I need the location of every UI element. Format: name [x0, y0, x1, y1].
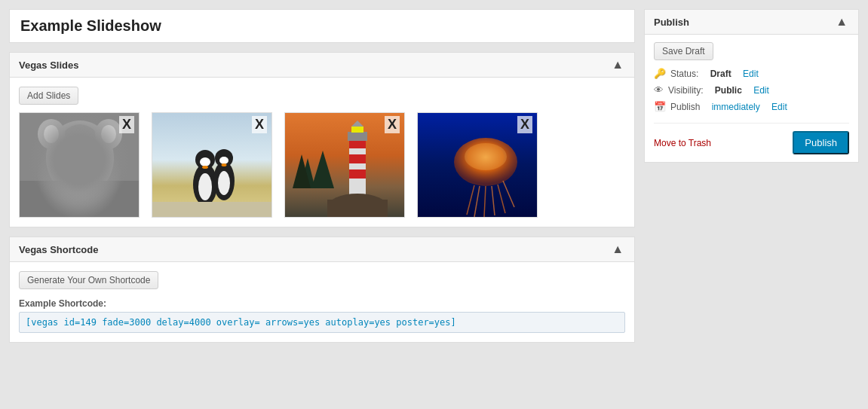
publish-title: Publish	[654, 17, 689, 28]
status-row: 🔑 Status: Draft Edit	[654, 68, 849, 79]
svg-line-41	[492, 186, 495, 215]
sidebar: Publish ▲ Save Draft 🔑 Status: Draft Edi…	[644, 9, 859, 400]
svg-point-3	[38, 119, 65, 149]
slide-item: X	[152, 112, 272, 218]
slide-remove-button[interactable]: X	[517, 116, 532, 133]
add-slides-button[interactable]: Add Slides	[19, 87, 78, 105]
status-label: Status:	[670, 69, 698, 79]
publish-body: Save Draft 🔑 Status: Draft Edit 👁 Visibi…	[645, 35, 858, 162]
save-draft-button[interactable]: Save Draft	[654, 42, 713, 60]
slide-item: X	[19, 112, 140, 218]
publish-timing-row: 📅 Publish immediately Edit	[654, 101, 849, 112]
status-value: Draft	[710, 69, 732, 79]
page-title: Example Slideshow	[9, 9, 635, 43]
svg-point-13	[198, 173, 212, 200]
svg-point-4	[44, 125, 59, 143]
vegas-slides-body: Add Slides	[10, 78, 634, 227]
shortcode-value[interactable]: [vegas id=149 fade=3000 delay=4000 overl…	[19, 312, 625, 333]
slides-area: X	[19, 112, 625, 218]
svg-point-44	[465, 143, 507, 170]
vegas-slides-header: Vegas Slides ▲	[10, 53, 634, 78]
svg-point-6	[101, 125, 116, 143]
publish-label: Publish	[670, 102, 700, 112]
vegas-slides-panel: Vegas Slides ▲ Add Slides	[9, 52, 635, 227]
vegas-shortcode-body: Generate Your Own Shortcode Example Shor…	[10, 262, 634, 342]
publish-actions: Move to Trash Publish	[654, 123, 849, 154]
svg-rect-35	[327, 200, 388, 218]
svg-line-38	[467, 185, 474, 215]
status-edit-link[interactable]: Edit	[743, 69, 759, 79]
svg-rect-31	[348, 132, 367, 141]
visibility-row: 👁 Visibility: Public Edit	[654, 84, 849, 96]
slide-remove-button[interactable]: X	[119, 116, 134, 133]
slide-item: X	[417, 112, 538, 218]
vegas-shortcode-panel: Vegas Shortcode ▲ Generate Your Own Shor…	[9, 237, 635, 343]
svg-line-40	[484, 186, 486, 217]
vegas-slides-title: Vegas Slides	[19, 60, 79, 71]
publish-button[interactable]: Publish	[793, 131, 849, 154]
slide-remove-button[interactable]: X	[252, 116, 267, 133]
vegas-shortcode-toggle[interactable]: ▲	[610, 243, 625, 255]
slide-item: X	[284, 112, 405, 218]
publish-timing-edit-link[interactable]: Edit	[771, 102, 787, 112]
svg-point-2	[57, 124, 103, 177]
vegas-shortcode-title: Vegas Shortcode	[19, 244, 98, 255]
generate-shortcode-button[interactable]: Generate Your Own Shortcode	[19, 271, 158, 289]
save-draft-row: Save Draft	[654, 42, 849, 60]
svg-line-43	[503, 181, 514, 207]
publish-header: Publish ▲	[645, 10, 858, 35]
visibility-icon: 👁	[654, 84, 664, 96]
vegas-slides-toggle[interactable]: ▲	[610, 59, 625, 71]
svg-point-5	[95, 119, 122, 149]
publish-toggle[interactable]: ▲	[834, 16, 849, 28]
calendar-icon: 📅	[654, 101, 666, 112]
svg-line-42	[498, 185, 505, 213]
visibility-label: Visibility:	[668, 85, 703, 96]
svg-rect-30	[349, 169, 366, 179]
svg-point-21	[222, 163, 227, 166]
svg-point-9	[86, 147, 94, 154]
shortcode-label: Example Shortcode:	[19, 298, 625, 309]
svg-rect-10	[20, 181, 140, 218]
visibility-value: Public	[715, 85, 742, 96]
svg-point-8	[66, 147, 74, 154]
svg-line-39	[474, 186, 480, 217]
slide-remove-button[interactable]: X	[385, 116, 400, 133]
publish-panel: Publish ▲ Save Draft 🔑 Status: Draft Edi…	[644, 9, 859, 163]
svg-rect-32	[351, 127, 363, 133]
svg-point-7	[69, 152, 90, 167]
svg-rect-22	[152, 202, 272, 218]
svg-point-1	[46, 121, 114, 196]
vegas-shortcode-header: Vegas Shortcode ▲	[10, 237, 634, 262]
status-icon: 🔑	[654, 68, 666, 79]
move-to-trash-link[interactable]: Move to Trash	[654, 138, 711, 148]
publish-timing-link[interactable]: immediately	[712, 102, 760, 112]
visibility-edit-link[interactable]: Edit	[753, 85, 769, 96]
svg-point-18	[218, 171, 230, 195]
svg-point-16	[202, 166, 208, 169]
svg-rect-29	[349, 154, 366, 163]
svg-point-15	[200, 157, 210, 166]
svg-point-20	[219, 157, 229, 164]
